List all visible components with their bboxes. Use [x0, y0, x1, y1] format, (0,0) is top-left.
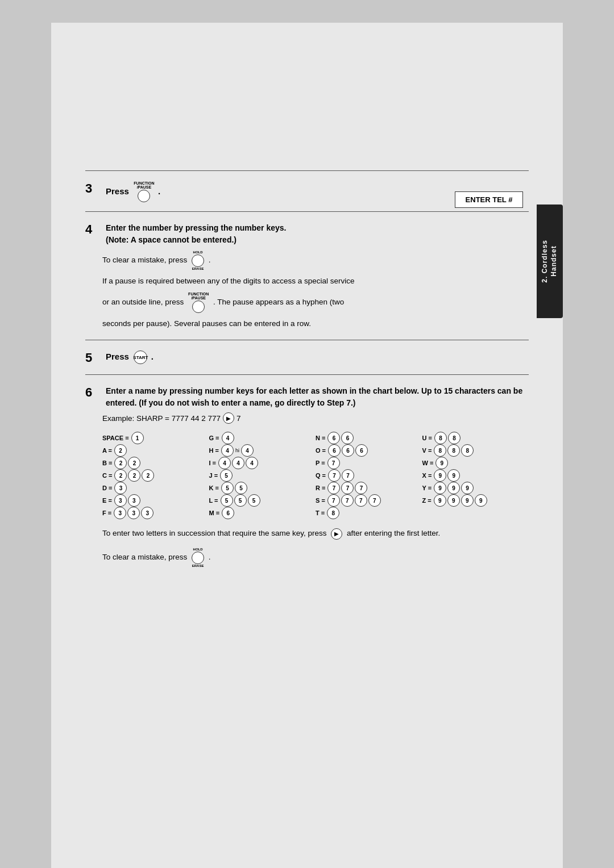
char-col2: G = 4 H = 4 hi 4 I = 4 4 4	[209, 432, 316, 519]
char-W: W = 9	[422, 457, 529, 469]
start-button: START	[134, 350, 147, 364]
step5-period: .	[151, 352, 154, 361]
step4-number: 4	[85, 222, 101, 237]
example-seven: 7	[237, 414, 241, 423]
function-pause-button-4b: FUNCTION/PAUSE	[188, 292, 209, 313]
char-Z: Z = 9 9 9 9	[422, 494, 529, 507]
step4-para1: To clear a mistake, press HOLD ERASE .	[102, 251, 529, 270]
char-Y: Y = 9 9 9	[422, 482, 529, 494]
step3-section: 3 Press FUNCTION/PAUSE .	[85, 170, 529, 211]
char-C: C = 2 2 2	[102, 469, 209, 482]
char-F: F = 3 3 3	[102, 507, 209, 519]
char-E: E = 3 3	[102, 494, 209, 507]
step4-label: Enter the number by pressing the number …	[106, 222, 529, 246]
sidebar-label: 2. CordlessHandset	[541, 240, 558, 283]
char-chart: SPACE = 1 A = 2 B = 2 2 C = 2	[102, 432, 529, 519]
char-A: A = 2	[102, 444, 209, 457]
arrow-button-same: ▶	[331, 528, 342, 540]
char-T: T = 8	[316, 507, 422, 519]
char-G: G = 4	[209, 432, 316, 444]
enter-tel-box: ENTER TEL #	[455, 191, 523, 208]
char-space: SPACE = 1	[102, 432, 209, 444]
function-pause-button-3: FUNCTION/PAUSE	[134, 181, 154, 202]
step6-para-same: To enter two letters in succession that …	[102, 527, 529, 540]
step5-section: 5 Press START .	[85, 340, 529, 374]
char-R: R = 7 7 7	[316, 482, 422, 494]
hold-erase-button-4a: HOLD ERASE	[192, 251, 204, 270]
step4-para2: If a pause is required between any of th…	[102, 275, 529, 287]
step4-para4: seconds per pause). Several pauses can b…	[102, 318, 529, 330]
step4-section: 4 Enter the number by pressing the numbe…	[85, 211, 529, 340]
step6-number: 6	[85, 385, 101, 400]
hold-erase-button-6: HOLD ERASE	[192, 548, 204, 567]
char-P: P = 7	[316, 457, 422, 469]
char-M: M = 6	[209, 507, 316, 519]
page: 2. CordlessHandset 3 Press FUNCTION/PAUS…	[51, 23, 563, 868]
char-J: J = 5	[209, 469, 316, 482]
char-X: X = 9 9	[422, 469, 529, 482]
step6-section: 6 Enter a name by pressing number keys f…	[85, 374, 529, 578]
char-col4: U = 8 8 V = 8 8 8 W = 9 X	[422, 432, 529, 519]
step3-number: 3	[85, 181, 101, 196]
char-B: B = 2 2	[102, 457, 209, 469]
char-col3: N = 6 6 O = 6 6 6 P = 7 Q	[316, 432, 422, 519]
step4-para3: or an outside line, press FUNCTION/PAUSE…	[102, 292, 529, 313]
char-Q: Q = 7 7	[316, 469, 422, 482]
char-col1: SPACE = 1 A = 2 B = 2 2 C = 2	[102, 432, 209, 519]
char-H: H = 4 hi 4	[209, 444, 316, 457]
char-O: O = 6 6 6	[316, 444, 422, 457]
step3-period: .	[158, 186, 160, 196]
arrow-button-example: ▶	[223, 412, 234, 424]
example-text: Example: SHARP = 7777 44 2 777	[102, 414, 221, 423]
char-L: L = 5 5 5	[209, 494, 316, 507]
step5-label: Press	[106, 352, 129, 361]
char-U: U = 8 8	[422, 432, 529, 444]
char-S: S = 7 7 7 7	[316, 494, 422, 507]
char-N: N = 6 6	[316, 432, 422, 444]
char-I: I = 4 4 4	[209, 457, 316, 469]
example-line: Example: SHARP = 7777 44 2 777 ▶ 7	[102, 412, 529, 424]
char-D: D = 3	[102, 482, 209, 494]
enter-tel-label: ENTER TEL #	[466, 195, 513, 204]
step6-para-clear: To clear a mistake, press HOLD ERASE .	[102, 548, 529, 567]
char-K: K = 5 5	[209, 482, 316, 494]
step6-label: Enter a name by pressing number keys for…	[106, 385, 529, 409]
step5-number: 5	[85, 350, 101, 365]
step3-label: Press	[106, 186, 129, 196]
char-V: V = 8 8 8	[422, 444, 529, 457]
sidebar-tab: 2. CordlessHandset	[537, 205, 563, 318]
